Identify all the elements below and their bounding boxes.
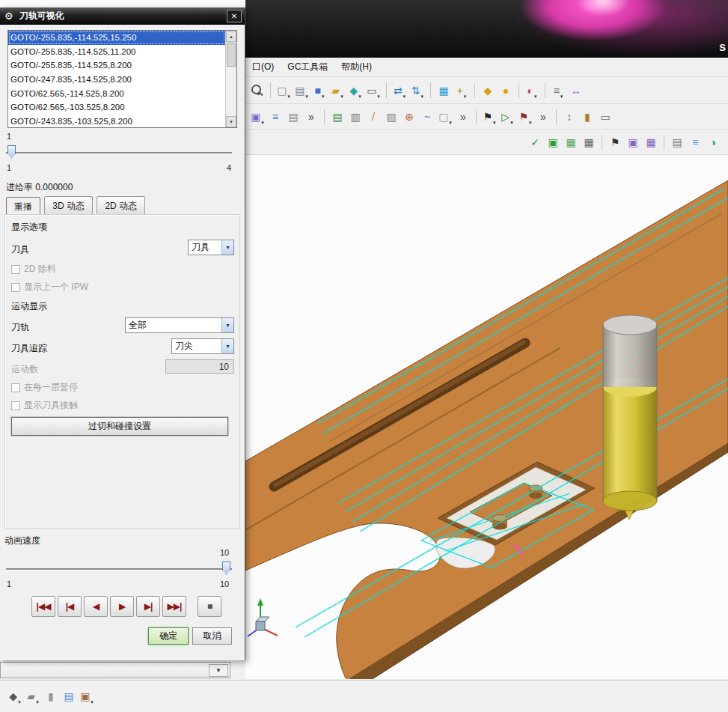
tab-replay[interactable]: 重播 [6,197,40,216]
more-curves-icon[interactable]: ▢ [437,109,453,125]
move-object-icon[interactable]: ⇄ [391,82,408,99]
speed-slider[interactable] [6,562,232,576]
step-forward-button[interactable]: ▶| [136,596,160,617]
scroll-thumb[interactable] [227,43,236,67]
selection-filter-icon[interactable]: ▢ [275,82,292,99]
combo-dropdown-icon[interactable] [221,240,233,255]
menu-item-gc-toolbox[interactable]: GC工具箱 [281,58,334,76]
chevron-down-icon[interactable]: ▼ [209,664,228,677]
goto-list-item[interactable]: GOTO/-255.835,-114.525,15.250 [8,31,225,45]
toolpath-combo[interactable]: 全部 [125,317,234,333]
step-back-button[interactable]: |◀ [58,596,82,617]
position-slider-handle[interactable] [7,145,16,159]
goto-list-scrollbar[interactable] [225,31,236,127]
postprocess-icon[interactable]: ⚑ [517,109,533,125]
menu-item-help[interactable]: 帮助(H) [334,58,379,76]
goto-list-item[interactable]: GOTO/62.565,-103.525,8.200 [8,100,225,115]
line-icon[interactable]: / [365,109,382,125]
goto-list-item[interactable]: GOTO/-255.835,-114.525,8.200 [8,58,225,73]
role-icon[interactable]: ◐ [524,82,540,99]
dialog-titlebar[interactable]: ⚙ 刀轨可视化 ✕ [0,7,245,25]
scroll-down-icon[interactable] [226,116,236,127]
view-group-icon[interactable]: ▣ [249,109,266,125]
tab-3d-dynamic[interactable]: 3D 动态 [44,196,93,215]
small-block-icon[interactable]: ▮ [43,688,59,705]
tool-display-combo[interactable]: 刀具 [188,240,234,255]
layout-icon[interactable]: ▤ [669,134,685,150]
cutting-tool[interactable] [603,315,657,520]
slider-track[interactable] [6,152,232,153]
shop-doc-icon[interactable]: ▣ [625,134,641,150]
graphics-viewport[interactable] [245,155,728,679]
csys-icon[interactable]: + [453,82,470,99]
search-icon[interactable] [249,82,266,99]
gouge-check-icon[interactable]: ▦ [563,134,579,150]
display-icon[interactable]: ◑ [705,134,721,150]
tool-trace-combo[interactable]: 刀尖 [171,338,234,354]
list-tools-icon[interactable]: ↕ [561,109,578,125]
report-icon[interactable]: ▦ [643,134,659,150]
menu-item-window[interactable]: 口(O) [245,58,281,76]
collision-settings-button[interactable]: 过切和碰撞设置 [11,417,228,436]
checkbox-2d-material[interactable] [11,265,20,274]
layers-icon[interactable]: ▤ [293,82,310,99]
ok-button[interactable]: 确定 [148,627,189,645]
play-to-end-button[interactable]: ▶▶| [162,596,186,617]
combo-dropdown-icon[interactable] [221,318,233,332]
generate-toolpath-icon[interactable]: ⚑ [481,109,498,125]
overflow3-icon[interactable]: » [535,109,551,125]
key-icon[interactable]: ● [498,82,514,99]
expressions-icon[interactable]: ▦ [435,82,452,99]
material-icon[interactable]: ▣ [79,688,95,705]
sync-icon[interactable]: ≡ [687,134,703,150]
stop-button[interactable]: ■ [198,596,221,617]
information-icon[interactable]: ▤ [285,109,302,125]
verify-icon[interactable]: ✓ [527,134,543,150]
solid-body-icon[interactable]: ■ [311,82,328,99]
cancel-button[interactable]: 取消 [192,627,232,645]
machine-icon[interactable]: ▭ [597,109,614,125]
overflow2-icon[interactable]: » [455,109,471,125]
combo-dropdown-icon[interactable] [221,339,233,353]
doc-icon[interactable]: ▤ [61,688,77,705]
datum-icon[interactable]: ◆ [347,82,364,99]
goto-list-item[interactable]: GOTO/-255.835,-114.525,11.200 [8,45,225,59]
goto-list[interactable]: GOTO/-255.835,-114.525,15.250 GOTO/-255.… [7,30,237,128]
spline-icon[interactable]: ~ [419,109,435,125]
play-button[interactable]: ▶ [110,596,134,617]
pattern-icon[interactable]: ⇅ [409,82,426,99]
position-slider[interactable] [6,145,232,160]
workpiece-icon[interactable]: ▮ [579,109,596,125]
grid-icon[interactable]: ▦ [581,134,597,150]
program-order-icon[interactable]: ▥ [347,109,364,125]
scroll-up-icon[interactable] [226,31,236,42]
section-icon[interactable]: ▨ [383,109,400,125]
slider-track[interactable] [6,568,232,570]
play-reverse-button[interactable]: ◀ [84,596,108,617]
checkbox-pause-each-layer[interactable] [11,383,20,392]
main-titlebar[interactable]: S [245,0,728,58]
tab-2d-dynamic[interactable]: 2D 动态 [97,196,145,215]
operation-list-icon[interactable]: ▤ [329,109,346,125]
flag-icon[interactable]: ⚑ [607,134,623,150]
overflow-icon[interactable]: » [303,109,319,125]
measure-icon[interactable]: ↔ [568,82,584,99]
part-navigator-icon[interactable]: ≡ [267,109,284,125]
checkbox-show-ipw[interactable] [11,283,20,292]
point-icon[interactable]: ⊕ [401,109,417,125]
goto-list-item[interactable]: GOTO/-247.835,-114.525,8.200 [8,73,225,87]
snap-point-icon[interactable]: ≡ [550,82,566,99]
play-to-start-button[interactable]: |◀◀ [31,596,55,617]
clip-section-icon[interactable]: ▰ [25,688,41,705]
checkbox-show-contact[interactable] [11,401,20,410]
tools-icon[interactable]: ◆ [480,82,496,99]
sheet-body-icon[interactable]: ▰ [329,82,346,99]
goto-list-item[interactable]: GOTO/-243.835,-103.525,8.200 [8,115,225,128]
section-view-icon[interactable]: ◆ [7,688,23,705]
goto-list-item[interactable]: GOTO/62.565,-114.525,8.200 [8,87,225,101]
simulate-icon[interactable]: ▣ [545,134,561,150]
speed-slider-handle[interactable] [222,562,230,575]
close-icon[interactable]: ✕ [227,10,242,22]
verify-toolpath-icon[interactable]: ▷ [499,109,516,125]
sketch-icon[interactable]: ▭ [365,82,382,99]
